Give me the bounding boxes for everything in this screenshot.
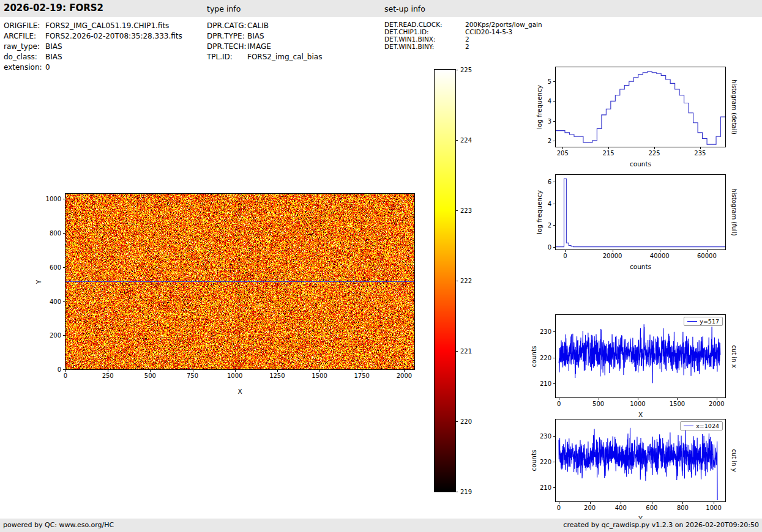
y-tick-label: 220 — [540, 354, 551, 361]
y-tick-mark — [63, 233, 65, 234]
x-tick-label: 0 — [64, 372, 67, 379]
info-label: ORIGFILE: — [4, 21, 45, 31]
info-row: DET.WIN1.BINY:2 — [384, 43, 542, 50]
cut-y-canvas — [556, 419, 725, 501]
x-tick-mark — [559, 501, 559, 504]
x-tick-label: 250 — [102, 372, 114, 379]
x-tick-label: 235 — [694, 150, 706, 157]
colorbar-plot: 219220221222223224225 — [434, 69, 456, 492]
info-row: DET.CHIP1.ID:CCID20-14-5-3 — [384, 28, 542, 35]
info-value: BIAS — [247, 31, 264, 42]
colorbar-tick-label: 224 — [460, 137, 472, 144]
x-tick-mark — [608, 147, 609, 149]
y-tick-mark — [553, 81, 556, 82]
colorbar-tick-mark — [455, 140, 458, 141]
y-tick-mark — [63, 199, 65, 199]
panel-label: cut in y — [731, 449, 738, 471]
panel-label: histogram (detail) — [731, 79, 738, 135]
info-label: DPR.TYPE: — [207, 31, 247, 42]
colorbar-tick-label: 222 — [460, 278, 472, 284]
footer-bar: powered by QC: www.eso.org/HC created by… — [0, 519, 762, 532]
info-value: FORS2.2026-02-20T08:35:28.333.fits — [45, 31, 182, 42]
file-info-block: ORIGFILE:FORS2_IMG_CAL051.19.CHIP1.fits … — [4, 21, 182, 73]
y-tick-label: 230 — [540, 433, 551, 440]
legend-label: x=1024 — [696, 423, 719, 429]
cut-x-plot: 0500100015002000210220230Xcountscut in x… — [555, 314, 726, 398]
x-tick-label: 600 — [646, 504, 657, 511]
info-row: TPL.ID:FORS2_img_cal_bias — [207, 52, 322, 62]
x-axis-label: X — [237, 388, 242, 395]
x-tick-label: 0 — [563, 253, 567, 259]
x-tick-label: 225 — [648, 150, 660, 157]
x-tick-mark — [404, 369, 405, 372]
info-row: DPR.TECH:IMAGE — [207, 42, 322, 52]
y-axis-label: log frequency — [536, 85, 543, 129]
x-axis-label: counts — [630, 263, 651, 270]
x-tick-mark — [652, 501, 652, 504]
y-tick-label: 6 — [548, 179, 551, 185]
x-axis-label: X — [638, 411, 643, 418]
info-row: DPR.TYPE:BIAS — [207, 31, 322, 42]
x-tick-mark — [108, 369, 108, 372]
y-tick-label: 210 — [540, 484, 551, 490]
info-value: FORS2_IMG_CAL051.19.CHIP1.fits — [45, 21, 169, 31]
cut-x-canvas — [556, 315, 725, 397]
info-label: ARCFILE: — [4, 31, 45, 42]
x-tick-label: 1000 — [630, 401, 645, 407]
x-tick-label: 1500 — [670, 401, 685, 407]
x-tick-mark — [319, 369, 320, 372]
info-value: CCID20-14-5-3 — [465, 28, 512, 35]
y-tick-label: 2 — [548, 137, 551, 144]
info-value: 2 — [465, 35, 469, 43]
bias-image-canvas — [65, 194, 414, 369]
legend-label: y=517 — [700, 318, 719, 325]
y-axis-label: log frequency — [536, 190, 543, 234]
y-tick-mark — [553, 247, 556, 248]
colorbar-tick-mark — [455, 210, 458, 211]
y-tick-mark — [63, 267, 65, 268]
x-tick-mark — [590, 501, 591, 504]
info-value: IMAGE — [247, 42, 271, 52]
x-tick-label: 1000 — [706, 504, 721, 511]
info-label: DPR.TECH: — [207, 42, 247, 52]
x-tick-label: 0 — [557, 401, 561, 407]
info-value: CALIB — [247, 21, 269, 31]
y-tick-label: 800 — [50, 230, 61, 237]
info-label: do_class: — [4, 52, 45, 62]
x-tick-mark — [621, 501, 621, 504]
colorbar-tick-label: 223 — [460, 207, 472, 214]
info-label: TPL.ID: — [207, 52, 247, 62]
hist-full-plot: 02000040000600000246countslog frequencyh… — [555, 174, 726, 250]
y-tick-mark — [63, 301, 65, 302]
hist-detail-plot: 2052152252352345countslog frequencyhisto… — [555, 67, 726, 147]
header-bar: 2026-02-19: FORS2 type info set-up info — [0, 0, 762, 17]
x-tick-mark — [707, 249, 708, 252]
y-tick-label: 4 — [548, 98, 551, 105]
y-tick-mark — [553, 182, 556, 182]
y-axis-label: Y — [35, 279, 42, 283]
y-tick-label: 4 — [548, 200, 551, 207]
y-tick-label: 200 — [50, 332, 61, 339]
info-row: DPR.CATG:CALIB — [207, 21, 322, 31]
info-row: raw_type:BIAS — [4, 42, 182, 52]
y-tick-label: 3 — [548, 117, 551, 124]
footer-right-text: created by qc_rawdisp.py v1.2.3 on 2026-… — [563, 521, 759, 529]
x-tick-mark — [638, 397, 638, 400]
x-tick-mark — [599, 397, 599, 400]
x-tick-label: 20000 — [603, 253, 622, 259]
colorbar-tick-label: 221 — [460, 348, 472, 355]
cut-y-plot: 02004006008001000210220230Ycountscut in … — [555, 419, 726, 502]
qc-report-page: 2026-02-19: FORS2 type info set-up info … — [0, 0, 762, 532]
colorbar-canvas — [435, 70, 455, 492]
y-tick-label: 1000 — [46, 196, 61, 202]
y-tick-mark — [553, 331, 556, 332]
colorbar-tick-mark — [455, 351, 458, 352]
y-tick-mark — [553, 225, 556, 226]
info-label: DET.CHIP1.ID: — [384, 28, 465, 35]
x-tick-label: 500 — [592, 401, 604, 407]
x-tick-mark — [362, 369, 362, 372]
y-tick-mark — [553, 383, 556, 384]
y-tick-mark — [553, 121, 556, 122]
x-tick-label: 1500 — [312, 372, 327, 379]
x-tick-label: 400 — [615, 504, 627, 511]
